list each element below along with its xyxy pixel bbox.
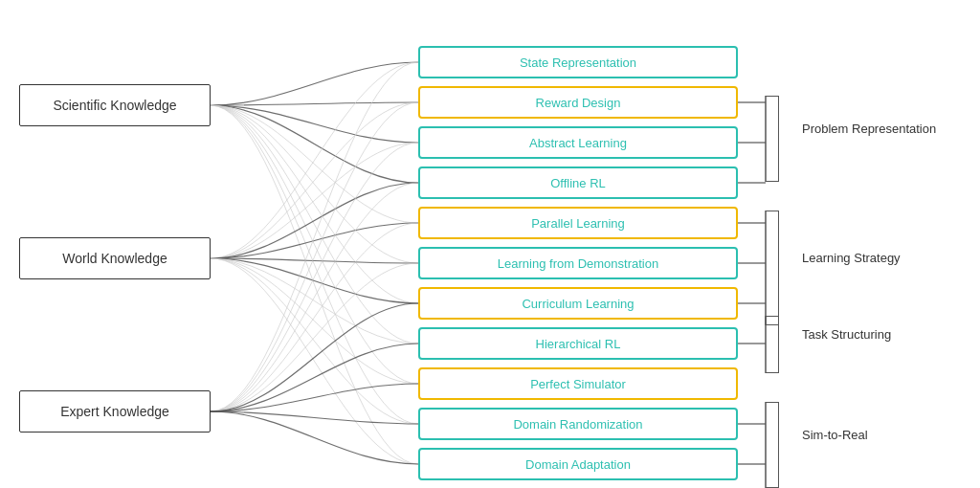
method-box-state-rep: State Representation	[418, 46, 738, 78]
method-box-learning-demo: Learning from Demonstration	[418, 247, 738, 279]
pipeline-label-sim-to-real: Sim-to-Real	[802, 428, 868, 444]
pipeline-label-problem-rep: Problem Representation	[802, 122, 936, 138]
method-box-abstract-learning: Abstract Learning	[418, 126, 738, 159]
pipeline-bracket-sim-to-real	[766, 402, 779, 488]
method-box-offline-rl: Offline RL	[418, 166, 738, 199]
source-box-scientific: Scientific Knowledge	[19, 84, 211, 126]
source-box-expert: Expert Knowledge	[19, 390, 211, 433]
pipeline-bracket-learning-strat	[766, 211, 779, 325]
pipeline-bracket-problem-rep	[766, 96, 779, 182]
pipeline-label-task-struct: Task Structuring	[802, 327, 891, 344]
diagram: Scientific KnowledgeWorld KnowledgeExper…	[0, 0, 980, 488]
method-box-hierarchical-rl: Hierarchical RL	[418, 327, 738, 360]
pipeline-bracket-task-struct	[766, 316, 779, 373]
method-box-reward-design: Reward Design	[418, 86, 738, 119]
source-box-world: World Knowledge	[19, 237, 211, 279]
pipeline-label-learning-strat: Learning Strategy	[802, 251, 901, 267]
method-box-curriculum: Curriculum Learning	[418, 287, 738, 320]
method-box-domain-adapt: Domain Adaptation	[418, 448, 738, 480]
method-box-domain-rand: Domain Randomization	[418, 408, 738, 440]
method-box-perfect-sim: Perfect Simulator	[418, 367, 738, 400]
method-box-parallel-learning: Parallel Learning	[418, 207, 738, 239]
